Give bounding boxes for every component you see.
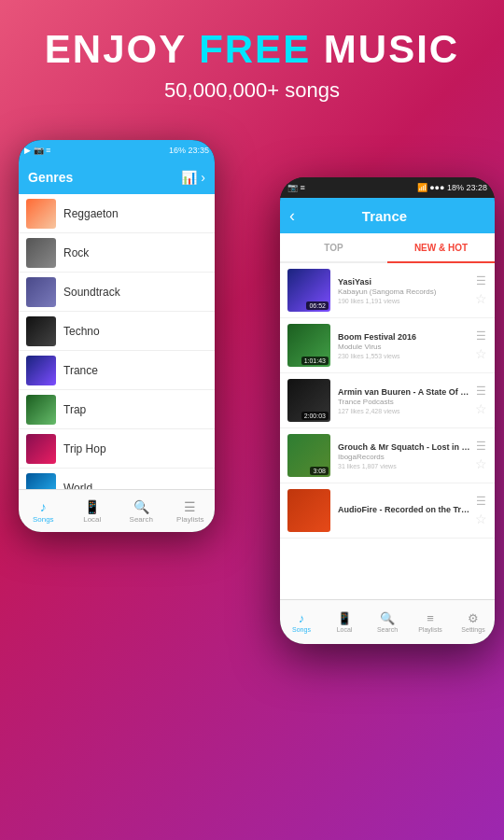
genre-item[interactable]: Reggaeton: [19, 194, 215, 233]
genre-thumb: [26, 316, 56, 346]
nav-icon: 📱: [84, 499, 100, 514]
genre-item[interactable]: Techno: [19, 312, 215, 351]
song-info: AudioFire - Recorded on the Tribe of Fro…: [338, 505, 471, 516]
song-artist: Trance Podcasts: [338, 398, 471, 406]
back-icon[interactable]: ‹: [289, 206, 295, 226]
nav-label: Search: [130, 515, 153, 524]
left-toolbar-title: Genres: [28, 170, 73, 185]
nav-label: Songs: [33, 515, 54, 524]
genre-item[interactable]: Trance: [19, 351, 215, 390]
genre-name: Soundtrack: [63, 286, 120, 299]
duration-badge: 1:01:43: [301, 357, 329, 365]
menu-icon[interactable]: ☰: [476, 274, 486, 287]
right-bottom-nav: ♪Songs📱Local🔍Search≡Playlists⚙Settings: [280, 599, 495, 644]
genre-item[interactable]: Trap: [19, 390, 215, 429]
genre-thumb: [26, 199, 56, 229]
phones-container: ▶ 📷 ≡ 16% 23:35 Genres 📊 › Reggaeton Roc…: [0, 121, 504, 756]
menu-icon[interactable]: ☰: [476, 495, 486, 508]
genre-thumb: [26, 434, 56, 464]
nav-icon: 🔍: [133, 499, 149, 514]
nav-item-songs[interactable]: ♪Songs: [19, 490, 68, 532]
hero-subtitle: 50,000,000+ songs: [164, 78, 340, 103]
chart-icon: 📊 ›: [181, 170, 205, 185]
nav-label: Settings: [461, 626, 484, 633]
song-item[interactable]: 1:01:43 Boom Festival 2016 Module Virus …: [280, 318, 495, 373]
right-nav-item-settings[interactable]: ⚙Settings: [452, 600, 495, 644]
star-icon[interactable]: ☆: [475, 456, 487, 471]
right-nav-item-search[interactable]: 🔍Search: [366, 600, 409, 644]
star-icon[interactable]: ☆: [475, 401, 487, 416]
right-toolbar-title: Trance: [302, 208, 467, 224]
star-icon[interactable]: ☆: [475, 346, 487, 361]
genre-thumb: [26, 277, 56, 307]
genre-thumb: [26, 473, 56, 490]
nav-item-playlists[interactable]: ☰Playlists: [166, 490, 216, 532]
duration-badge: 3:08: [310, 467, 329, 475]
song-item[interactable]: AudioFire - Recorded on the Tribe of Fro…: [280, 483, 495, 539]
song-artist: Module Virus: [338, 343, 471, 351]
tab-top[interactable]: TOP: [280, 233, 387, 263]
menu-icon[interactable]: ☰: [476, 329, 486, 343]
menu-icon[interactable]: ☰: [476, 440, 486, 453]
nav-item-local[interactable]: 📱Local: [68, 490, 118, 532]
right-nav-item-local[interactable]: 📱Local: [323, 600, 366, 644]
song-actions: ☰ ☆: [475, 329, 487, 361]
genre-item[interactable]: World: [19, 469, 215, 489]
nav-icon: ⚙: [468, 611, 479, 625]
song-thumb: 1:01:43: [287, 324, 330, 367]
song-title: AudioFire - Recorded on the Tribe of Fro…: [338, 505, 471, 514]
left-bottom-nav: ♪Songs📱Local🔍Search☰Playlists: [19, 489, 215, 532]
nav-icon: ≡: [427, 611, 434, 625]
hero-enjoy: ENJOY: [45, 27, 187, 71]
song-item[interactable]: 3:08 Grouch & Mr Squatch - Lost in the F…: [280, 428, 495, 483]
genre-thumb: [26, 238, 56, 268]
nav-icon: ♪: [299, 611, 305, 625]
genre-item[interactable]: Trip Hop: [19, 429, 215, 469]
menu-icon[interactable]: ☰: [476, 385, 486, 398]
genre-item[interactable]: Rock: [19, 233, 215, 273]
song-thumb: 06:52: [287, 269, 330, 312]
song-artist: Kabayun (Sangoma Records): [338, 287, 471, 296]
song-thumb: [287, 489, 330, 532]
nav-label: Songs: [292, 626, 311, 633]
nav-label: Search: [377, 626, 398, 633]
star-icon[interactable]: ☆: [475, 291, 487, 306]
tabs-row: TOPNEW & HOT: [280, 233, 495, 263]
song-stats: 127 likes 2,428 views: [338, 408, 471, 414]
tab-new-&-hot[interactable]: NEW & HOT: [387, 233, 495, 263]
hero-free: FREE: [186, 27, 323, 71]
song-actions: ☰ ☆: [475, 274, 487, 306]
left-toolbar: Genres 📊 ›: [19, 161, 215, 194]
song-title: Grouch & Mr Squatch - Lost in the Forest…: [338, 442, 471, 452]
right-nav-item-songs[interactable]: ♪Songs: [280, 600, 323, 644]
genre-name: Trap: [63, 403, 86, 416]
hero-title: ENJOY FREE MUSIC: [45, 28, 459, 71]
nav-label: Playlists: [176, 515, 203, 524]
song-info: YasiYasi Kabayun (Sangoma Records) 190 l…: [338, 277, 471, 304]
song-thumb: 2:00:03: [287, 379, 330, 422]
nav-item-search[interactable]: 🔍Search: [117, 490, 166, 532]
song-item[interactable]: 2:00:03 Armin van Buuren - A State Of Tr…: [280, 373, 495, 428]
genre-name: Trance: [63, 364, 98, 377]
song-title: Armin van Buuren - A State Of Trance 777…: [338, 387, 471, 397]
genre-thumb: [26, 395, 56, 425]
genres-list: Reggaeton Rock Soundtrack Techno Trance …: [19, 194, 215, 489]
right-status-left: 📷 ≡: [287, 183, 305, 192]
phone-left: ▶ 📷 ≡ 16% 23:35 Genres 📊 › Reggaeton Roc…: [19, 140, 215, 532]
left-status-icons: ▶ 📷 ≡: [24, 146, 50, 155]
phone-right: 📷 ≡ 📶 ●●● 18% 23:28 ‹ Trance TOPNEW & HO…: [280, 177, 495, 644]
song-title: YasiYasi: [338, 277, 471, 287]
right-toolbar: ‹ Trance: [280, 198, 495, 233]
genre-item[interactable]: Soundtrack: [19, 273, 215, 312]
song-actions: ☰ ☆: [475, 440, 487, 471]
genre-thumb: [26, 356, 56, 385]
song-item[interactable]: 06:52 YasiYasi Kabayun (Sangoma Records)…: [280, 263, 495, 318]
genre-name: Techno: [63, 325, 100, 338]
duration-badge: 06:52: [306, 301, 329, 310]
song-actions: ☰ ☆: [475, 385, 487, 416]
nav-icon: 🔍: [380, 611, 395, 625]
right-status-bar: 📷 ≡ 📶 ●●● 18% 23:28: [280, 177, 495, 198]
genre-name: Rock: [63, 246, 89, 259]
star-icon[interactable]: ☆: [475, 511, 487, 526]
right-nav-item-playlists[interactable]: ≡Playlists: [409, 600, 452, 644]
